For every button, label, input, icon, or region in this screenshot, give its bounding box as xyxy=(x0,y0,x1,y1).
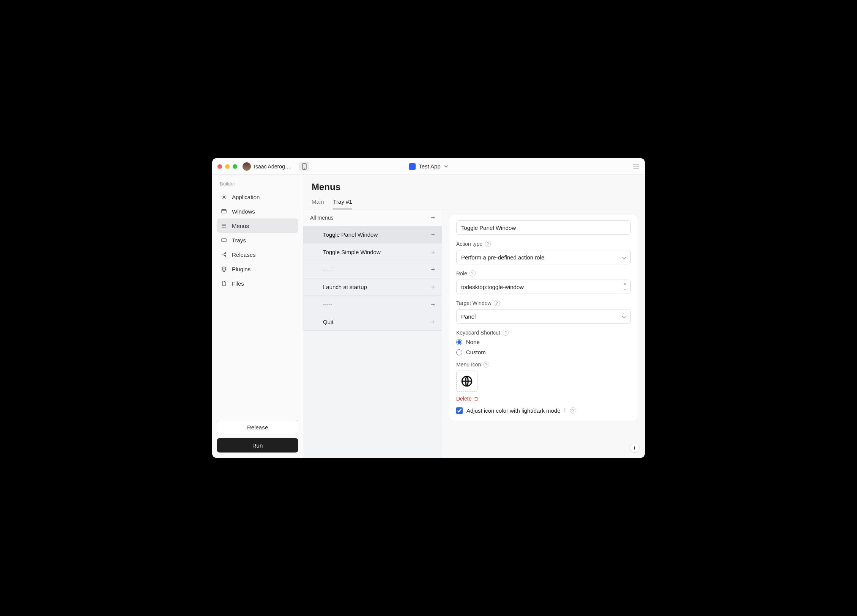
action-type-value: Perform a pre-defined action role xyxy=(461,254,544,261)
avatar[interactable] xyxy=(243,162,251,171)
add-submenu-button[interactable]: + xyxy=(431,249,435,256)
app-selector[interactable]: Test App xyxy=(409,163,448,170)
menu-list-header: All menus + xyxy=(303,209,442,226)
maximize-icon[interactable] xyxy=(233,164,237,169)
add-submenu-button[interactable]: + xyxy=(431,231,435,238)
name-input-value: Toggle Panel Window xyxy=(461,225,516,231)
sidebar-item-label: Files xyxy=(232,280,244,287)
radio-label: Custom xyxy=(466,349,486,355)
sidebar-item-plugins[interactable]: Plugins xyxy=(217,262,298,276)
add-submenu-button[interactable]: + xyxy=(431,266,435,273)
sidebar-item-application[interactable]: Application xyxy=(217,190,298,204)
properties-panel: Toggle Panel Window Action type ? Perfor… xyxy=(442,209,645,458)
sidebar-item-label: Menus xyxy=(232,223,249,229)
add-menu-button[interactable]: + xyxy=(431,214,435,221)
sidebar-item-releases[interactable]: Releases xyxy=(217,247,298,262)
gear-icon xyxy=(221,193,227,200)
help-icon[interactable]: ? xyxy=(483,361,489,368)
radio-label: None xyxy=(466,339,480,345)
help-icon[interactable]: ? xyxy=(494,300,500,306)
close-icon[interactable] xyxy=(217,164,222,169)
sidebar-item-files[interactable]: Files xyxy=(217,276,298,291)
tabs: Main Tray #1 xyxy=(303,198,645,209)
clear-icon[interactable]: ✕ xyxy=(624,283,627,286)
view-options-button[interactable] xyxy=(633,164,640,169)
main-panel: Menus Main Tray #1 All menus + Toggle Pa… xyxy=(303,175,645,458)
svg-point-7 xyxy=(225,256,226,257)
tray-icon xyxy=(221,237,227,244)
minimize-icon[interactable] xyxy=(225,164,230,169)
add-submenu-button[interactable]: + xyxy=(431,319,435,325)
help-icon[interactable]: ? xyxy=(485,241,491,247)
menu-icon-picker[interactable] xyxy=(456,371,477,392)
menu-item-label: Quit xyxy=(323,319,334,325)
sidebar-item-windows[interactable]: Windows xyxy=(217,204,298,218)
apple-icon:  xyxy=(564,407,567,414)
menu-list: All menus + Toggle Panel Window + Toggle… xyxy=(303,209,442,458)
delete-label: Delete xyxy=(456,396,471,402)
page-title: Menus xyxy=(312,182,636,192)
add-submenu-button[interactable]: + xyxy=(431,284,435,291)
menu-item[interactable]: Launch at startup + xyxy=(303,278,442,296)
svg-point-1 xyxy=(304,168,305,169)
menu-list-heading: All menus xyxy=(310,215,333,221)
menu-item-label: ----- xyxy=(323,301,332,308)
chevron-down-icon[interactable]: ⌄ xyxy=(624,287,627,291)
help-icon[interactable]: ? xyxy=(503,330,509,336)
menu-item-label: ----- xyxy=(323,266,332,273)
globe-icon xyxy=(460,375,473,388)
app-name-label: Test App xyxy=(419,163,441,170)
role-value: todesktop:toggle-window xyxy=(461,284,524,290)
app-window: Isaac Aderog… Test App Builder Applicati… xyxy=(212,158,645,458)
phone-icon xyxy=(302,163,307,170)
tab-main[interactable]: Main xyxy=(312,198,324,209)
menu-item-label: Launch at startup xyxy=(323,284,367,290)
sidebar-item-label: Trays xyxy=(232,237,246,244)
menu-item[interactable]: ----- + xyxy=(303,261,442,278)
target-window-select[interactable]: Panel xyxy=(456,309,631,324)
sidebar-item-label: Plugins xyxy=(232,266,250,272)
role-combobox[interactable]: todesktop:toggle-window ✕ ⌄ xyxy=(456,280,631,294)
add-submenu-button[interactable]: + xyxy=(431,301,435,308)
shortcut-none-radio[interactable]: None xyxy=(456,339,631,345)
sidebar-item-menus[interactable]: Menus xyxy=(217,218,298,233)
adjust-icon-checkbox[interactable] xyxy=(456,407,463,414)
window-controls xyxy=(217,164,237,169)
share-icon xyxy=(221,251,227,258)
help-icon[interactable]: ? xyxy=(570,407,576,413)
action-type-select[interactable]: Perform a pre-defined action role xyxy=(456,250,631,264)
run-button[interactable]: Run xyxy=(217,438,298,453)
file-icon xyxy=(221,280,227,287)
menu-icon-label: Menu Icon xyxy=(456,361,481,368)
sidebar-item-trays[interactable]: Trays xyxy=(217,233,298,247)
svg-point-6 xyxy=(225,253,226,254)
svg-rect-4 xyxy=(222,239,226,242)
svg-point-2 xyxy=(223,196,225,198)
menu-icon xyxy=(221,222,227,229)
layers-icon xyxy=(221,266,227,272)
menu-item[interactable]: Toggle Panel Window + xyxy=(303,226,442,244)
target-window-label: Target Window xyxy=(456,300,492,306)
titlebar: Isaac Aderog… Test App xyxy=(212,158,645,175)
device-preview-button[interactable] xyxy=(299,162,309,171)
help-icon[interactable]: ? xyxy=(469,270,476,277)
menu-item-label: Toggle Simple Window xyxy=(323,249,381,255)
name-input[interactable]: Toggle Panel Window xyxy=(456,220,631,235)
chevron-down-icon xyxy=(444,164,448,169)
sidebar-item-label: Application xyxy=(232,194,260,200)
keyboard-shortcut-label: Keyboard Shortcut xyxy=(456,330,500,336)
sidebar-item-label: Windows xyxy=(232,208,255,215)
menu-item[interactable]: ----- + xyxy=(303,296,442,313)
action-type-label: Action type xyxy=(456,241,482,247)
menu-item[interactable]: Quit + xyxy=(303,313,442,331)
trash-icon xyxy=(474,396,479,401)
menu-item[interactable]: Toggle Simple Window + xyxy=(303,244,442,261)
release-button[interactable]: Release xyxy=(217,420,298,434)
svg-rect-3 xyxy=(222,209,226,213)
delete-icon-button[interactable]: Delete xyxy=(456,396,631,402)
tab-tray-1[interactable]: Tray #1 xyxy=(333,198,352,209)
adjust-icon-label: Adjust icon color with light/dark mode xyxy=(466,407,561,414)
info-button[interactable]: i xyxy=(630,443,640,453)
shortcut-custom-radio[interactable]: Custom xyxy=(456,349,631,355)
window-icon xyxy=(221,208,227,215)
